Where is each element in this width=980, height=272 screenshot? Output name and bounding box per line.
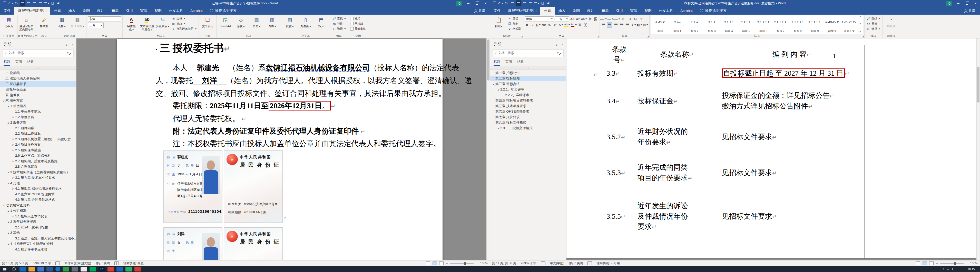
find-icon[interactable]: 🔎查找 <box>331 16 347 21</box>
nav-tab-标题[interactable]: 标题 <box>493 59 500 66</box>
font-size-box[interactable]: 三号 <box>555 16 569 22</box>
style-表内正文[interactable]: AaBbCcDd表内正文 <box>841 14 858 33</box>
replace-icon[interactable]: ab替换 <box>331 21 347 26</box>
notepad-icon[interactable] <box>81 267 87 272</box>
style-标题 2[interactable]: 2.1 A标题 2 <box>686 14 703 33</box>
nav-item[interactable]: 4.1 初步评审响应承诺 <box>0 247 76 252</box>
grow-font-icon[interactable]: A˄ <box>570 17 575 22</box>
margins-icon[interactable]: ▯页边距 <box>298 15 313 28</box>
tab-视图[interactable]: 视图 <box>151 7 165 14</box>
chevron-down-icon[interactable]: ∨ <box>555 43 558 46</box>
share-button[interactable]: 共享 <box>470 7 490 14</box>
share-button[interactable]: 共享 <box>960 7 980 14</box>
nav-item[interactable]: 4.2 第六章 QHSE管理要求 <box>0 191 76 197</box>
read-mode-icon[interactable] <box>916 261 920 265</box>
zoom-slider[interactable] <box>450 263 474 264</box>
petrochina-icon[interactable] <box>108 267 114 272</box>
tray-icon[interactable]: ¤ <box>952 268 953 270</box>
replace-icon[interactable]: ab替换 <box>866 21 881 26</box>
shading-icon[interactable]: ◧ <box>637 22 642 27</box>
paragraph-mark-icon[interactable]: ¶ <box>639 17 644 22</box>
character-shading-icon[interactable]: A <box>578 22 582 27</box>
tab-开发工具[interactable]: 开发工具 <box>655 7 677 14</box>
read-mode-icon[interactable] <box>426 261 430 265</box>
tab-布局[interactable]: 布局 <box>108 7 122 14</box>
vertical-scrollbar[interactable] <box>977 38 980 261</box>
checkbox-网格线[interactable]: 网格线 <box>349 21 367 26</box>
tab-开始[interactable]: 开始 <box>50 7 65 14</box>
tab-操作说明搜索[interactable]: 操作说明搜索 <box>206 7 240 14</box>
nav-item[interactable]: ▷2.4 项目服务方案 <box>0 142 76 148</box>
highlight-color-icon[interactable]: ab文本突出显 示颜色 <box>140 15 154 31</box>
tab-鑫晟宇标书汇专用[interactable]: 鑫晟宇标书汇专用 <box>14 7 50 14</box>
office-app-icon[interactable] <box>116 267 123 272</box>
page-indicator[interactable]: 第 10 页, 共 587 页 <box>2 261 28 266</box>
tab-开始[interactable]: 开始 <box>540 7 555 14</box>
line-spacing-icon[interactable] <box>44 1 49 6</box>
vertical-scrollbar[interactable] <box>487 38 490 261</box>
photoshop-icon[interactable]: Ps <box>99 267 105 272</box>
printer-icon[interactable] <box>72 267 78 272</box>
search-input[interactable]: 在文档中搜索 <box>493 49 564 57</box>
language-indicator[interactable]: 中文(中国) <box>550 261 565 266</box>
borders-icon[interactable]: ⊞ <box>643 22 648 27</box>
scroll-thumb[interactable] <box>487 40 490 81</box>
nav-item[interactable]: ◢3 技术服务承诺（主要说明服务质量等） <box>0 169 76 175</box>
nav-item[interactable]: ▷1.1 投标人基本情况表 <box>0 213 76 219</box>
tab-视图[interactable]: 视图 <box>641 7 655 14</box>
collapse-icon[interactable]: ◢ <box>7 121 10 124</box>
expand-icon[interactable]: ▷ <box>12 215 14 218</box>
sync-icon[interactable] <box>63 267 69 272</box>
redo-icon[interactable]: ↻ <box>504 1 509 6</box>
footer-icon[interactable]: ▥页脚 <box>265 15 280 28</box>
format-painter-icon[interactable]: 🖌格式刷 <box>507 26 522 31</box>
nav-item[interactable]: ◢1 公司概况 <box>0 208 76 214</box>
style-标题 4[interactable]: 2.1.1.1标题 4 <box>721 14 737 33</box>
home-icon[interactable]: ⌂鑫晟宇标书 汇内部专用 <box>19 15 34 31</box>
justify-icon[interactable] <box>38 1 43 6</box>
system-tray[interactable]: ∧▭¤ <box>943 268 953 270</box>
print-layout-icon[interactable] <box>923 261 927 265</box>
word-icon[interactable] <box>46 267 53 272</box>
nav-item[interactable]: ◢2.2.1、初步评审 <box>490 87 566 92</box>
align-left-icon[interactable] <box>510 1 515 6</box>
justify-icon[interactable] <box>619 22 624 27</box>
style-↓表内列...[interactable]: AaBbCcD↓表内列... <box>824 14 840 33</box>
tray-icon[interactable]: ∧ <box>943 268 944 270</box>
tab-绘图[interactable]: 绘图 <box>569 7 583 14</box>
qat-menu-icon[interactable]: ⌄ <box>62 1 67 6</box>
font-size-box[interactable]: 三号 <box>88 22 103 28</box>
shapes-icon[interactable]: ◇形状 <box>234 15 248 28</box>
style-标题 9[interactable]: 2.1.1.1.1.标题 9 <box>807 14 823 33</box>
style-标题 1[interactable]: 2 Aa标题 1 <box>669 14 686 33</box>
underline-icon[interactable]: U <box>536 22 541 27</box>
style-标题 8[interactable]: 2.1.1.1.1标题 8 <box>789 14 806 33</box>
borders-icon[interactable]: ⊞边框 <box>171 16 197 21</box>
start-icon[interactable] <box>2 267 8 272</box>
accessibility-status[interactable]: 辅助功能: 调查 <box>123 261 144 266</box>
line-paragraph-spacing-icon[interactable]: ⇕行和段落间距 <box>171 26 197 31</box>
nav-item[interactable]: ◢3 其他 <box>0 230 76 236</box>
select-icon[interactable]: ▻选择 <box>331 26 347 31</box>
nav-item[interactable]: ◢1 单位概况 <box>0 103 76 109</box>
align-left-icon[interactable] <box>20 0 25 6</box>
web-layout-icon[interactable] <box>929 261 934 265</box>
collapse-icon[interactable]: ◢ <box>497 88 500 91</box>
tab-绘图[interactable]: 绘图 <box>79 7 93 14</box>
close-icon[interactable]: × <box>562 43 564 46</box>
cut-icon[interactable]: ✂剪切 <box>507 16 522 21</box>
nav-item[interactable]: 第四章 招标项目资料要求 <box>490 98 566 103</box>
align-center-icon[interactable] <box>26 1 31 6</box>
zoom-percentage[interactable]: 160% <box>970 261 978 265</box>
expand-icon[interactable]: ▷ <box>12 160 14 162</box>
coreldraw-icon[interactable] <box>89 267 96 272</box>
smartart-icon[interactable]: ◲SmartArt <box>218 15 233 28</box>
calculator-icon[interactable] <box>19 267 26 272</box>
zoom-out-button[interactable]: − <box>446 261 448 265</box>
copy-icon[interactable]: ❐复制 <box>507 21 522 26</box>
messenger-icon[interactable] <box>37 267 44 272</box>
nav-item[interactable]: 2.1 2024年度审计报告 <box>0 224 76 230</box>
nav-tab-结果[interactable]: 结果 <box>517 59 524 66</box>
restore-button[interactable] <box>473 0 481 7</box>
proofing-icon[interactable] <box>56 261 60 265</box>
